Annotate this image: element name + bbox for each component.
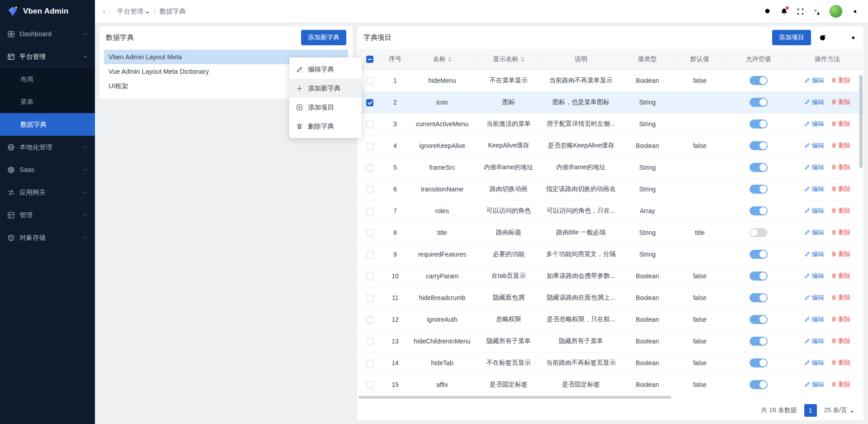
allow-null-toggle[interactable] bbox=[750, 315, 768, 324]
row-checkbox[interactable] bbox=[366, 316, 373, 324]
sidebar-item-localization[interactable]: 本地化管理 bbox=[0, 136, 95, 158]
allow-null-toggle[interactable] bbox=[750, 337, 768, 346]
row-checkbox[interactable] bbox=[366, 360, 373, 367]
row-checkbox[interactable] bbox=[366, 208, 373, 215]
edit-row-button[interactable]: 编辑 bbox=[804, 163, 824, 172]
allow-null-toggle[interactable] bbox=[750, 185, 768, 194]
row-checkbox[interactable] bbox=[366, 99, 373, 106]
allow-null-toggle[interactable] bbox=[750, 119, 768, 129]
allow-null-toggle[interactable] bbox=[750, 250, 768, 259]
edit-row-button[interactable]: 编辑 bbox=[804, 142, 824, 150]
row-checkbox[interactable] bbox=[366, 338, 373, 345]
sort-icons[interactable] bbox=[448, 57, 452, 62]
fullscreen-icon[interactable] bbox=[797, 8, 804, 15]
delete-row-button[interactable]: 删除 bbox=[831, 315, 851, 324]
allow-null-toggle[interactable] bbox=[750, 98, 768, 107]
delete-row-button[interactable]: 删除 bbox=[831, 272, 851, 280]
row-checkbox[interactable] bbox=[366, 164, 373, 172]
search-icon[interactable] bbox=[764, 8, 772, 15]
app-logo[interactable]: Vben Admin bbox=[0, 0, 95, 23]
delete-row-button[interactable]: 删除 bbox=[831, 359, 851, 367]
allow-null-toggle[interactable] bbox=[750, 380, 768, 389]
column-header[interactable]: 显示名称 bbox=[476, 49, 541, 70]
breadcrumb-root[interactable]: 平台管理 bbox=[117, 7, 150, 16]
delete-row-button[interactable]: 删除 bbox=[831, 98, 851, 106]
delete-row-button[interactable]: 删除 bbox=[831, 250, 851, 258]
allow-null-toggle[interactable] bbox=[750, 163, 768, 172]
sidebar-item-saas[interactable]: Saas bbox=[0, 158, 95, 181]
edit-row-button[interactable]: 编辑 bbox=[804, 207, 824, 215]
vertical-scrollbar[interactable] bbox=[859, 75, 863, 168]
sidebar-item-management[interactable]: 管理 bbox=[0, 204, 95, 226]
select-all-checkbox[interactable] bbox=[366, 56, 373, 63]
edit-row-button[interactable]: 编辑 bbox=[804, 381, 824, 389]
page-size-select[interactable]: 25 条/页 bbox=[824, 406, 854, 414]
delete-row-button[interactable]: 删除 bbox=[831, 229, 851, 237]
column-header[interactable]: 名称 bbox=[408, 49, 476, 70]
row-checkbox[interactable] bbox=[366, 143, 373, 150]
context-menu-item-add-new-dictionary[interactable]: 添加新字典 bbox=[289, 79, 362, 98]
allow-null-toggle[interactable] bbox=[750, 272, 768, 281]
delete-row-button[interactable]: 删除 bbox=[831, 381, 851, 389]
sidebar-subitem-data-dictionary[interactable]: 数据字典 bbox=[0, 113, 95, 136]
allow-null-toggle[interactable] bbox=[750, 228, 768, 237]
edit-row-button[interactable]: 编辑 bbox=[804, 76, 824, 85]
row-checkbox[interactable] bbox=[366, 77, 373, 85]
allow-null-toggle[interactable] bbox=[750, 293, 768, 302]
row-checkbox[interactable] bbox=[366, 273, 373, 280]
refresh-icon[interactable] bbox=[819, 34, 826, 42]
add-dictionary-button[interactable]: 添加新字典 bbox=[301, 30, 346, 45]
edit-row-button[interactable]: 编辑 bbox=[804, 359, 824, 367]
row-checkbox[interactable] bbox=[366, 121, 373, 128]
sort-icons[interactable] bbox=[521, 57, 524, 62]
notifications-button[interactable] bbox=[780, 8, 788, 15]
row-checkbox[interactable] bbox=[366, 295, 373, 302]
breadcrumb-current[interactable]: 数据字典 bbox=[160, 7, 186, 16]
allow-null-toggle[interactable] bbox=[750, 141, 768, 150]
delete-row-button[interactable]: 删除 bbox=[831, 142, 851, 150]
edit-row-button[interactable]: 编辑 bbox=[804, 337, 824, 345]
delete-row-button[interactable]: 删除 bbox=[831, 185, 851, 193]
sidebar-subitem-layout[interactable]: 布局 bbox=[0, 68, 95, 91]
sidebar-subitem-menu[interactable]: 菜单 bbox=[0, 91, 95, 113]
sidebar-item-app-gateway[interactable]: 应用网关 bbox=[0, 181, 95, 204]
row-checkbox[interactable] bbox=[366, 381, 373, 389]
edit-row-button[interactable]: 编辑 bbox=[804, 98, 824, 106]
edit-row-button[interactable]: 编辑 bbox=[804, 185, 824, 193]
row-checkbox[interactable] bbox=[366, 229, 373, 237]
cell-value-type: Boolean bbox=[621, 265, 674, 287]
sidebar-item-platform[interactable]: 平台管理 bbox=[0, 45, 95, 68]
context-menu-item-delete-dictionary[interactable]: 删除字典 bbox=[289, 117, 362, 136]
sidebar-item-dashboard[interactable]: Dashboard bbox=[0, 23, 95, 45]
row-height-icon[interactable] bbox=[834, 34, 842, 42]
edit-row-button[interactable]: 编辑 bbox=[804, 315, 824, 324]
column-settings-gear-icon[interactable] bbox=[849, 34, 857, 42]
edit-row-button[interactable]: 编辑 bbox=[804, 294, 824, 302]
settings-gear-icon[interactable] bbox=[851, 8, 859, 15]
delete-row-button[interactable]: 删除 bbox=[831, 163, 851, 172]
row-checkbox[interactable] bbox=[366, 186, 373, 193]
delete-row-button[interactable]: 删除 bbox=[831, 207, 851, 215]
sidebar-item-object-storage[interactable]: 对象存储 bbox=[0, 226, 95, 249]
add-item-button[interactable]: 添加项目 bbox=[772, 30, 811, 45]
delete-row-button[interactable]: 删除 bbox=[831, 76, 851, 85]
user-avatar[interactable] bbox=[829, 5, 843, 18]
edit-row-button[interactable]: 编辑 bbox=[804, 272, 824, 280]
allow-null-toggle[interactable] bbox=[750, 76, 768, 85]
translate-icon[interactable] bbox=[813, 8, 821, 15]
page-1-button[interactable]: 1 bbox=[804, 404, 817, 417]
collapse-sidebar-icon[interactable] bbox=[102, 8, 110, 15]
allow-null-toggle[interactable] bbox=[750, 206, 768, 215]
edit-row-button[interactable]: 编辑 bbox=[804, 120, 824, 128]
context-menu-item-edit-dictionary[interactable]: 编辑字典 bbox=[289, 60, 362, 79]
delete-row-button[interactable]: 删除 bbox=[831, 120, 851, 128]
delete-row-button[interactable]: 删除 bbox=[831, 337, 851, 345]
horizontal-scrollbar-thumb[interactable] bbox=[359, 396, 671, 399]
allow-null-toggle[interactable] bbox=[750, 358, 768, 367]
cell-default-value bbox=[674, 113, 726, 135]
row-checkbox[interactable] bbox=[366, 251, 373, 258]
edit-row-button[interactable]: 编辑 bbox=[804, 229, 824, 237]
context-menu-item-add-item[interactable]: 添加项目 bbox=[289, 98, 362, 117]
edit-row-button[interactable]: 编辑 bbox=[804, 250, 824, 258]
delete-row-button[interactable]: 删除 bbox=[831, 294, 851, 302]
